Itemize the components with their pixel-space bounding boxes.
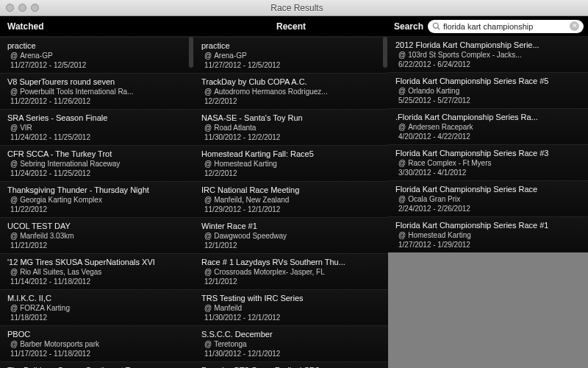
list-item[interactable]: CFR SCCA - The Turkey TrotSebring Intern… (0, 145, 194, 181)
svg-line-1 (438, 28, 440, 30)
item-venue: Georgia Karting Komplex (7, 194, 187, 204)
item-dates: 3/30/2012 - 4/1/2012 (395, 167, 581, 177)
search-label: Search (394, 21, 423, 32)
item-venue: Manfeild, New Zealand (201, 194, 381, 204)
list-item[interactable]: The Bullring - Spears Southwest Tour...T… (0, 361, 194, 368)
list-item[interactable]: 2012 Florida Kart Championship Serie...1… (388, 37, 588, 72)
item-venue: Rio All Suites, Las Vegas (7, 266, 187, 276)
item-dates: 2/24/2012 - 2/26/2012 (395, 203, 581, 213)
item-dates: 4/20/2012 - 4/22/2012 (395, 131, 581, 141)
list-item[interactable]: Porsche GT3 Cup y Radical SR3Autodromo H… (194, 361, 388, 368)
list-item[interactable]: Florida Kart Championship Series Race #3… (388, 144, 588, 180)
list-item[interactable]: S.S.C.C. DecemberTeretonga11/30/2012 - 1… (194, 325, 388, 361)
search-input[interactable] (443, 22, 567, 31)
item-title: 2012 Florida Kart Championship Serie... (395, 40, 581, 49)
item-dates: 11/24/2012 - 11/25/2012 (7, 168, 187, 177)
list-item[interactable]: Thanksgiving Thunder - Thursday NightGeo… (0, 181, 194, 217)
search-results-list[interactable]: 2012 Florida Kart Championship Serie...1… (388, 37, 588, 368)
item-title: practice (201, 41, 381, 50)
list-item[interactable]: '12 MG Tires SKUSA SuperNationals XVIRio… (0, 253, 194, 289)
list-item[interactable]: SRA Series - Season FinaleVIR11/24/2012 … (0, 109, 194, 145)
item-dates: 11/27/2012 - 12/5/2012 (201, 60, 381, 69)
item-title: M.I.K.C. II,C (7, 294, 187, 302)
item-venue: Manfeild 3.03km (7, 230, 187, 240)
window-titlebar: Race Results (0, 0, 588, 16)
scrollbar-thumb[interactable] (383, 37, 387, 68)
item-title: Florida Kart Championship Series Race (395, 185, 581, 194)
item-venue: Powerbuilt Tools International Ra... (7, 86, 187, 96)
list-item[interactable]: .Florida Kart Championship Series Ra...A… (388, 108, 588, 144)
list-item[interactable]: TRS Testing with IRC SeriesManfeild11/30… (194, 289, 388, 325)
item-dates: 12/2/2012 (201, 96, 381, 105)
item-title: UCOL TEST DAY (7, 222, 187, 230)
item-title: Florida Kart Championship Series Race #5 (395, 77, 581, 85)
recent-header: Recent (194, 16, 388, 37)
list-item[interactable]: PBOCBarber Motorsports park11/17/2012 - … (0, 325, 194, 361)
clear-search-icon[interactable]: ✕ (570, 21, 579, 31)
item-venue: Teretonga (201, 339, 381, 348)
list-item[interactable]: Florida Kart Championship Series RaceOca… (388, 180, 588, 216)
search-column: Search ✕ 2012 Florida Kart Championship … (388, 16, 588, 368)
list-item[interactable]: Homestead Karting Fall: Race5Homestead K… (194, 145, 388, 181)
recent-label: Recent (276, 21, 306, 32)
list-item[interactable]: practiceArena-GP11/27/2012 - 12/5/2012 (194, 37, 388, 73)
item-title: Florida Kart Championship Series Race #1 (395, 221, 581, 230)
item-title: .Florida Kart Championship Series Ra... (395, 113, 581, 121)
item-venue: Arena-GP (7, 50, 187, 60)
window-title: Race Results (6, 3, 588, 13)
search-field-wrap[interactable]: ✕ (428, 20, 584, 33)
item-dates: 1/27/2012 - 1/29/2012 (395, 239, 581, 249)
search-header: Search ✕ (388, 16, 588, 37)
item-venue: FORZA Karting (7, 302, 187, 312)
item-dates: 11/22/2012 - 11/26/2012 (7, 96, 187, 105)
item-venue: Manfeild (201, 302, 381, 312)
list-item[interactable]: TrackDay by Club COPA A.C.Autodromo Herm… (194, 73, 388, 109)
scrollbar-thumb[interactable] (189, 37, 193, 68)
item-dates: 11/30/2012 - 12/1/2012 (201, 312, 381, 322)
item-venue: Orlando Karting (395, 85, 581, 95)
item-venue: Race Complex - Ft Myers (395, 158, 581, 167)
item-venue: Autodromo Hermanos Rodriguez... (201, 86, 381, 96)
item-dates: 12/2/2012 (201, 168, 381, 177)
content-area: Watched practiceArena-GP11/27/2012 - 12/… (0, 16, 588, 368)
list-item[interactable]: UCOL TEST DAYManfeild 3.03km11/21/2012 (0, 217, 194, 253)
svg-point-0 (433, 23, 438, 28)
item-venue: Crossroads Motorplex- Jasper, FL (201, 266, 381, 276)
item-venue: Road Atlanta (201, 122, 381, 132)
recent-list[interactable]: practiceArena-GP11/27/2012 - 12/5/2012Tr… (194, 37, 388, 368)
item-venue: Ocala Gran Prix (395, 194, 581, 203)
item-dates: 5/25/2012 - 5/27/2012 (395, 95, 581, 105)
item-dates: 12/1/2012 (201, 276, 381, 286)
item-dates: 11/21/2012 (7, 240, 187, 250)
item-dates: 11/22/2012 (7, 204, 187, 213)
list-item[interactable]: IRC National Race MeetingManfeild, New Z… (194, 181, 388, 217)
list-item[interactable]: Florida Kart Championship Series Race #5… (388, 72, 588, 108)
list-item[interactable]: Race # 1 Lazydays RVs Southern Thu...Cro… (194, 253, 388, 289)
item-title: Thanksgiving Thunder - Thursday Night (7, 185, 187, 194)
item-dates: 11/18/2012 (7, 312, 187, 322)
list-item[interactable]: NASA-SE - Santa's Toy RunRoad Atlanta11/… (194, 109, 388, 145)
watched-label: Watched (0, 21, 44, 32)
item-venue: Barber Motorsports park (7, 339, 187, 348)
item-title: TrackDay by Club COPA A.C. (201, 77, 381, 86)
list-item[interactable]: Winter Race #1Dawgwood Speedway12/1/2012 (194, 217, 388, 253)
list-item[interactable]: V8 SuperTourers round sevenPowerbuilt To… (0, 73, 194, 109)
list-item[interactable]: practiceArena-GP11/27/2012 - 12/5/2012 (0, 37, 194, 73)
search-icon (432, 22, 440, 30)
item-dates: 12/1/2012 (201, 240, 381, 250)
item-dates: 11/30/2012 - 12/1/2012 (201, 348, 381, 358)
item-dates: 11/30/2012 - 12/2/2012 (201, 132, 381, 141)
item-venue: Sebring International Raceway (7, 158, 187, 168)
item-title: NASA-SE - Santa's Toy Run (201, 113, 381, 122)
item-title: CFR SCCA - The Turkey Trot (7, 149, 187, 158)
item-dates: 11/14/2012 - 11/18/2012 (7, 276, 187, 286)
list-item[interactable]: Florida Kart Championship Series Race #1… (388, 216, 588, 252)
item-venue: 103rd St Sports Complex - Jacks... (395, 49, 581, 59)
item-title: Race # 1 Lazydays RVs Southern Thu... (201, 258, 381, 266)
item-title: TRS Testing with IRC Series (201, 294, 381, 302)
watched-column: Watched practiceArena-GP11/27/2012 - 12/… (0, 16, 194, 368)
item-dates: 11/27/2012 - 12/5/2012 (7, 60, 187, 69)
item-dates: 11/29/2012 - 12/1/2012 (201, 204, 381, 213)
list-item[interactable]: M.I.K.C. II,CFORZA Karting11/18/2012 (0, 289, 194, 325)
watched-list[interactable]: practiceArena-GP11/27/2012 - 12/5/2012V8… (0, 37, 194, 368)
